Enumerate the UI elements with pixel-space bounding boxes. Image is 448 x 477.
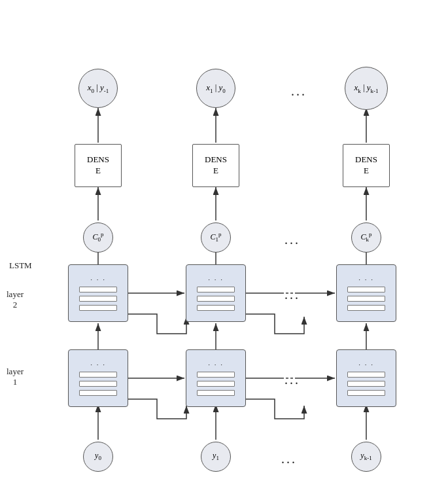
dense-block-0: DENSE — [75, 144, 122, 187]
output-circle-k: xk | yk-1 — [345, 67, 388, 110]
lstm-dots-l2c0: · · · — [90, 275, 106, 283]
lstm-bar1-l1c0 — [79, 372, 116, 378]
lstm-dots-l1c1: · · · — [208, 361, 224, 368]
layer2-label: layer2 — [7, 289, 24, 310]
output-label-1: x1 | y0 — [206, 82, 226, 94]
input-circle-0: y0 — [83, 442, 113, 472]
lstm-bar3-l1c1 — [197, 390, 234, 396]
dense-block-k: DENSE — [343, 144, 390, 187]
lstm-dots-l2ck: · · · — [358, 275, 374, 283]
cp-circle-1: C1p — [201, 222, 231, 253]
lstm-bar1-l2ck — [347, 287, 385, 292]
lstm-layer2-colk: · · · — [336, 264, 396, 322]
cp-circle-k: Ckp — [351, 222, 381, 253]
dots-cp: ... — [284, 232, 300, 247]
diagram: x0 | y-1 x1 | y0 ... xk | yk-1 DENSE DEN… — [0, 0, 448, 477]
dense-block-1: DENSE — [192, 144, 239, 187]
input-label-0: y0 — [95, 451, 101, 462]
output-circle-0: x0 | y-1 — [78, 69, 118, 108]
lstm-bar3-l2c0 — [79, 305, 116, 311]
lstm-layer1-col0: · · · — [68, 349, 128, 407]
dots-output: ... — [291, 84, 307, 99]
dots-input: ... — [281, 451, 297, 467]
input-circle-1: y1 — [201, 442, 231, 472]
lstm-label: LSTM — [9, 260, 32, 271]
input-circle-k: yk-1 — [351, 442, 381, 472]
dots-layer2: ··· — [284, 291, 300, 306]
lstm-dots-l1c0: · · · — [90, 361, 106, 368]
lstm-bar1-l1ck — [347, 372, 385, 378]
lstm-bar3-l2c1 — [197, 305, 234, 311]
cp-label-0: C0p — [92, 231, 103, 243]
lstm-bar3-l1ck — [347, 390, 385, 396]
dense-label-1: DENSE — [205, 154, 227, 177]
lstm-layer1-col1: · · · — [186, 349, 246, 407]
output-label-0: x0 | y-1 — [88, 82, 109, 94]
layer1-label: layer1 — [7, 366, 24, 387]
lstm-dots-l1ck: · · · — [358, 361, 374, 368]
lstm-bar2-l2c0 — [79, 296, 116, 302]
lstm-bar1-l1c1 — [197, 372, 234, 378]
output-circle-1: x1 | y0 — [196, 69, 235, 108]
lstm-bar2-l2ck — [347, 296, 385, 302]
input-label-1: y1 — [213, 451, 219, 462]
dense-label-k: DENSE — [355, 154, 377, 177]
lstm-bar3-l1c0 — [79, 390, 116, 396]
lstm-layer2-col1: · · · — [186, 264, 246, 322]
lstm-bar2-l2c1 — [197, 296, 234, 302]
lstm-bar1-l2c1 — [197, 287, 234, 292]
cp-label-1: C1p — [210, 231, 221, 243]
dots-layer1: ··· — [284, 376, 300, 391]
lstm-bar2-l1c0 — [79, 381, 116, 387]
output-label-k: xk | yk-1 — [354, 82, 378, 94]
lstm-bar2-l1c1 — [197, 381, 234, 387]
cp-circle-0: C0p — [83, 222, 113, 253]
lstm-layer1-colk: · · · — [336, 349, 396, 407]
lstm-bar3-l2ck — [347, 305, 385, 311]
dense-label-0: DENSE — [87, 154, 109, 177]
lstm-dots-l2c1: · · · — [208, 275, 224, 283]
lstm-bar1-l2c0 — [79, 287, 116, 292]
input-label-k: yk-1 — [360, 451, 371, 462]
lstm-layer2-col0: · · · — [68, 264, 128, 322]
cp-label-k: Ckp — [360, 231, 371, 243]
lstm-bar2-l1ck — [347, 381, 385, 387]
